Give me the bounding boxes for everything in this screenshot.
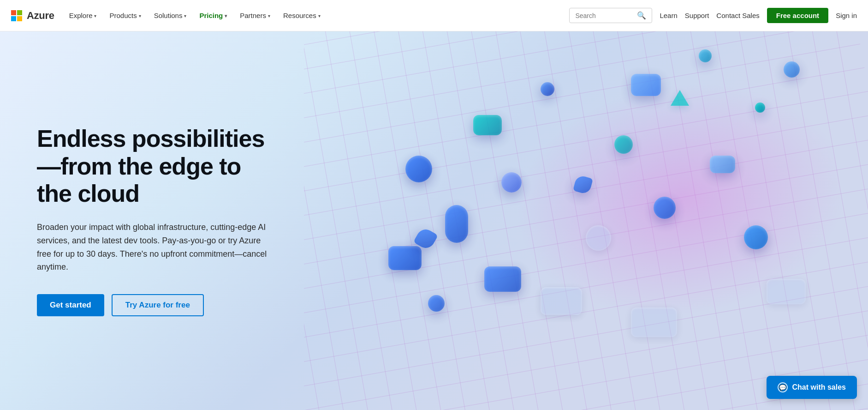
logo-quadrant-yellow — [17, 16, 22, 21]
shape-glass-rect-3 — [767, 279, 806, 304]
hero-content: Endless possibilities—from the edge to t… — [0, 125, 314, 317]
hero-description: Broaden your impact with global infrastr… — [37, 221, 277, 274]
chevron-down-icon: ▾ — [268, 13, 270, 18]
free-account-button[interactable]: Free account — [767, 8, 828, 23]
chevron-down-icon: ▾ — [184, 13, 186, 18]
chevron-down-icon: ▾ — [139, 13, 141, 18]
shape-rect-4 — [710, 156, 735, 173]
shape-teal-circle — [614, 135, 633, 154]
chat-with-sales-button[interactable]: 💬 Chat with sales — [767, 376, 857, 399]
chevron-down-icon: ▾ — [94, 13, 96, 18]
shape-glass-rect — [541, 287, 582, 315]
navbar: Azure Explore ▾ Products ▾ Solutions ▾ P… — [0, 0, 868, 31]
nav-products[interactable]: Products ▾ — [104, 8, 146, 23]
logo-quadrant-blue — [11, 16, 16, 21]
nav-explore[interactable]: Explore ▾ — [64, 8, 102, 23]
microsoft-logo — [11, 10, 22, 21]
shape-circle-1 — [405, 156, 432, 182]
hero-buttons: Get started Try Azure for free — [37, 294, 277, 316]
shape-pill-1 — [445, 205, 468, 243]
hero-title: Endless possibilities—from the edge to t… — [37, 125, 277, 208]
hero-section: Endless possibilities—from the edge to t… — [0, 0, 868, 410]
logo-quadrant-green — [17, 10, 22, 15]
nav-right: 🔍 Learn Support Contact Sales Free accou… — [569, 8, 857, 23]
hero-background — [304, 0, 868, 410]
sign-in-link[interactable]: Sign in — [836, 12, 857, 19]
logo-quadrant-red — [11, 10, 16, 15]
get-started-button[interactable]: Get started — [37, 294, 104, 316]
shape-circle-7 — [784, 61, 800, 78]
shape-circle-3 — [501, 172, 522, 193]
chevron-down-icon: ▾ — [225, 13, 227, 18]
try-azure-button[interactable]: Try Azure for free — [112, 294, 204, 316]
search-input[interactable] — [575, 12, 633, 19]
nav-pricing[interactable]: Pricing ▾ — [194, 8, 232, 23]
shape-circle-2 — [428, 295, 445, 312]
search-icon: 🔍 — [637, 11, 646, 20]
shape-circle-5 — [699, 49, 712, 62]
nav-links: Explore ▾ Products ▾ Solutions ▾ Pricing… — [64, 8, 570, 23]
contact-sales-link[interactable]: Contact Sales — [716, 12, 759, 19]
brand-name: Azure — [27, 10, 54, 22]
shape-rect-3 — [631, 74, 661, 96]
chevron-down-icon: ▾ — [318, 13, 321, 18]
brand-logo[interactable]: Azure — [11, 10, 54, 22]
chat-icon: 💬 — [778, 382, 788, 392]
search-box[interactable]: 🔍 — [569, 8, 652, 23]
shape-circle-6 — [744, 225, 768, 249]
shape-small-circle — [541, 82, 554, 96]
nav-partners[interactable]: Partners ▾ — [234, 8, 276, 23]
learn-link[interactable]: Learn — [660, 12, 677, 19]
shape-triangle — [671, 90, 689, 106]
support-link[interactable]: Support — [685, 12, 709, 19]
shape-glass-rect-2 — [631, 308, 677, 337]
shape-teal-rect — [473, 115, 502, 135]
chat-label: Chat with sales — [792, 383, 846, 392]
shape-rect-2 — [484, 266, 521, 292]
shape-rect-1 — [388, 246, 422, 270]
nav-solutions[interactable]: Solutions ▾ — [149, 8, 192, 23]
nav-resources[interactable]: Resources ▾ — [278, 8, 326, 23]
